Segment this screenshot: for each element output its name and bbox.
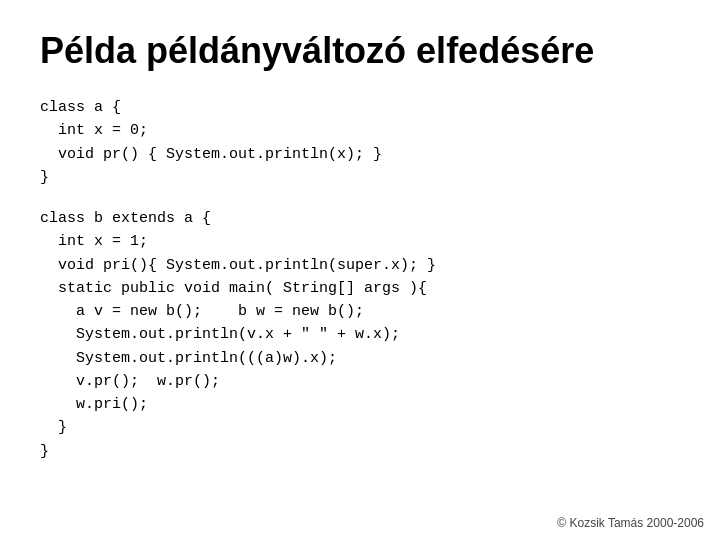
code-section-2: class b extends a { int x = 1; void pri(… — [40, 207, 680, 463]
code-section-1: class a { int x = 0; void pr() { System.… — [40, 96, 680, 189]
slide: Példa példányváltozó elfedésére class a … — [0, 0, 720, 540]
slide-title: Példa példányváltozó elfedésére — [40, 30, 680, 72]
code-block-1: class a { int x = 0; void pr() { System.… — [40, 96, 680, 189]
copyright-label: © Kozsik Tamás 2000-2006 — [557, 516, 704, 530]
code-block-2: class b extends a { int x = 1; void pri(… — [40, 207, 680, 463]
